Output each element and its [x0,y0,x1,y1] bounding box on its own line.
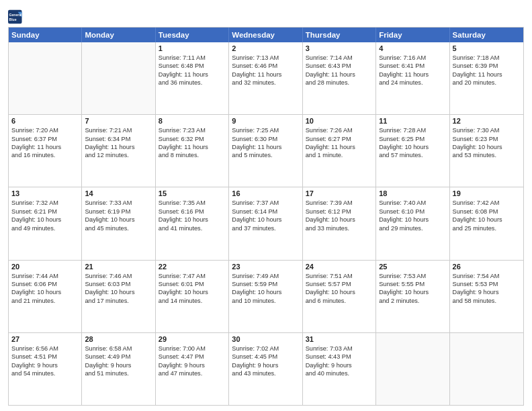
cal-cell: 24Sunrise: 7:51 AMSunset: 5:57 PMDayligh… [303,261,376,332]
cell-info-line: Sunrise: 7:33 AM [85,199,152,207]
day-number: 5 [453,44,521,52]
cal-cell: 26Sunrise: 7:54 AMSunset: 5:53 PMDayligh… [450,261,523,332]
cell-info-line: Daylight: 11 hours [306,71,373,79]
day-number: 12 [453,117,521,125]
cell-info-line: Daylight: 10 hours [379,288,446,296]
cell-info-line: and 43 minutes. [232,369,299,377]
day-number: 13 [11,189,79,197]
cell-info-line: and 40 minutes. [306,369,373,377]
cell-info-line: and 58 minutes. [453,297,521,305]
cal-cell [9,42,82,114]
calendar-body: 1Sunrise: 7:11 AMSunset: 6:48 PMDaylight… [9,42,523,405]
day-number: 27 [11,335,79,343]
cell-info-line: and 53 minutes. [453,151,521,159]
cell-info-line: and 8 minutes. [159,151,226,159]
cal-cell: 12Sunrise: 7:30 AMSunset: 6:23 PMDayligh… [450,115,523,187]
cell-info-line: and 10 minutes. [232,297,299,305]
day-number: 15 [159,189,226,197]
cell-info-line: Sunrise: 7:11 AM [159,54,226,62]
day-number: 9 [232,117,299,125]
day-number: 28 [85,335,152,343]
cell-info-line: Sunset: 6:27 PM [306,135,373,143]
cell-info-line: Daylight: 11 hours [379,71,446,79]
cell-info-line: Sunset: 4:43 PM [306,353,373,361]
cell-info-line: Sunrise: 7:02 AM [232,345,299,353]
cell-info-line: and 54 minutes. [11,369,79,377]
day-number: 7 [85,117,152,125]
cell-info-line: Sunset: 4:51 PM [11,353,79,361]
cell-info-line: and 36 minutes. [159,79,226,87]
day-number: 10 [306,117,373,125]
cell-info-line: Daylight: 10 hours [159,216,226,224]
cal-cell: 21Sunrise: 7:46 AMSunset: 6:03 PMDayligh… [82,261,155,332]
cal-cell: 27Sunrise: 6:56 AMSunset: 4:51 PMDayligh… [9,333,82,405]
cell-info-line: and 2 minutes. [379,297,446,305]
cell-info-line: Daylight: 11 hours [85,143,152,151]
cal-cell: 4Sunrise: 7:16 AMSunset: 6:41 PMDaylight… [376,42,449,114]
cell-info-line: Daylight: 10 hours [453,143,521,151]
cal-cell: 16Sunrise: 7:37 AMSunset: 6:14 PMDayligh… [229,187,302,259]
cell-info-line: Sunrise: 7:35 AM [159,199,226,207]
cell-info-line: Sunrise: 7:40 AM [379,199,446,207]
day-number: 24 [306,263,373,271]
cell-info-line: Sunrise: 7:46 AM [85,272,152,280]
cell-info-line: Sunset: 6:16 PM [159,208,226,216]
cell-info-line: Daylight: 9 hours [159,361,226,369]
cell-info-line: Sunset: 6:46 PM [232,62,299,70]
calendar-header: SundayMondayTuesdayWednesdayThursdayFrid… [9,28,523,42]
cal-cell: 6Sunrise: 7:20 AMSunset: 6:37 PMDaylight… [9,115,82,187]
day-number: 21 [85,263,152,271]
logo-icon: General Blue [8,9,23,24]
header-day-friday: Friday [376,28,449,42]
cell-info-line: and 20 minutes. [453,79,521,87]
cell-info-line: and 51 minutes. [85,369,152,377]
cell-info-line: Sunset: 6:01 PM [159,280,226,288]
day-number: 26 [453,263,521,271]
cal-cell: 14Sunrise: 7:33 AMSunset: 6:19 PMDayligh… [82,187,155,259]
cal-cell: 18Sunrise: 7:40 AMSunset: 6:10 PMDayligh… [376,187,449,259]
day-number: 22 [159,263,226,271]
cal-cell: 9Sunrise: 7:25 AMSunset: 6:30 PMDaylight… [229,115,302,187]
cell-info-line: Sunrise: 7:30 AM [453,126,521,134]
cell-info-line: and 25 minutes. [453,224,521,232]
cell-info-line: Daylight: 10 hours [85,288,152,296]
cell-info-line: Sunrise: 7:54 AM [453,272,521,280]
day-number: 14 [85,189,152,197]
cell-info-line: Daylight: 9 hours [85,361,152,369]
cell-info-line: Daylight: 11 hours [232,71,299,79]
cell-info-line: Daylight: 10 hours [232,288,299,296]
cell-info-line: Daylight: 10 hours [306,216,373,224]
cal-row-5: 27Sunrise: 6:56 AMSunset: 4:51 PMDayligh… [9,332,523,405]
cell-info-line: Sunrise: 7:49 AM [232,272,299,280]
cell-info-line: Sunrise: 7:23 AM [159,126,226,134]
cell-info-line: Daylight: 10 hours [379,216,446,224]
cell-info-line: Daylight: 10 hours [85,216,152,224]
cell-info-line: Daylight: 11 hours [453,71,521,79]
day-number: 17 [306,189,373,197]
cell-info-line: and 33 minutes. [306,224,373,232]
cell-info-line: Daylight: 9 hours [306,361,373,369]
header: General Blue [8,7,524,24]
cell-info-line: Sunrise: 7:25 AM [232,126,299,134]
cell-info-line: Sunrise: 7:51 AM [306,272,373,280]
cell-info-line: and 41 minutes. [159,224,226,232]
page: General Blue SundayMondayTuesdayWednesda… [0,0,532,411]
cal-row-2: 6Sunrise: 7:20 AMSunset: 6:37 PMDaylight… [9,114,523,187]
cell-info-line: Sunset: 5:55 PM [379,280,446,288]
cell-info-line: Sunset: 4:45 PM [232,353,299,361]
cell-info-line: Sunrise: 7:53 AM [379,272,446,280]
cell-info-line: and 49 minutes. [11,224,79,232]
cell-info-line: Sunset: 6:37 PM [11,135,79,143]
cell-info-line: Sunset: 5:57 PM [306,280,373,288]
cell-info-line: and 32 minutes. [232,79,299,87]
cell-info-line: and 6 minutes. [306,297,373,305]
cal-cell [376,333,449,405]
cal-cell: 30Sunrise: 7:02 AMSunset: 4:45 PMDayligh… [229,333,302,405]
day-number: 30 [232,335,299,343]
cell-info-line: and 17 minutes. [85,297,152,305]
day-number: 8 [159,117,226,125]
day-number: 20 [11,263,79,271]
cell-info-line: Sunrise: 7:32 AM [11,199,79,207]
logo: General Blue [8,9,23,24]
day-number: 6 [11,117,79,125]
